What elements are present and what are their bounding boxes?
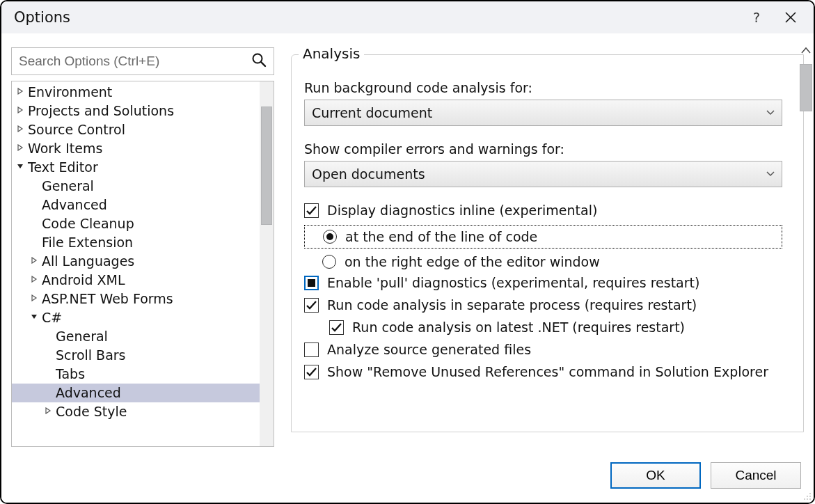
svg-point-7 (809, 498, 811, 500)
tree-item[interactable]: Scroll Bars (12, 346, 260, 365)
tree-item-label: Environment (28, 83, 112, 102)
tree-scrollbar[interactable] (260, 81, 274, 446)
close-icon[interactable] (770, 9, 804, 26)
svg-point-6 (807, 498, 808, 500)
tree-item-label: ASP.NET Web Forms (42, 290, 173, 308)
tree-item-label: C# (42, 308, 62, 327)
tree-item[interactable]: Projects and Solutions (12, 102, 260, 120)
tree-item[interactable]: Advanced (12, 196, 260, 214)
settings-content: Run background code analysis for: Curren… (304, 80, 782, 427)
tree-item[interactable]: Work Items (12, 139, 260, 158)
remove-unused-row[interactable]: Show "Remove Unused References" command … (304, 364, 782, 379)
expander-icon[interactable] (15, 102, 26, 120)
tree-item[interactable]: Code Style (12, 402, 260, 421)
search-input[interactable] (17, 53, 251, 70)
tree-item[interactable]: Advanced (12, 384, 260, 402)
search-box[interactable] (11, 47, 274, 75)
diag-inline-opt2-radio[interactable] (322, 255, 336, 269)
diag-inline-row[interactable]: Display diagnostics inline (experimental… (304, 203, 782, 218)
diag-inline-checkbox[interactable] (304, 203, 319, 218)
diag-inline-label: Display diagnostics inline (experimental… (327, 203, 597, 218)
svg-point-2 (809, 493, 811, 494)
diag-inline-opt1-label: at the end of the line of code (345, 229, 537, 244)
expander-icon[interactable] (15, 83, 26, 102)
tree-item[interactable]: Android XML (12, 271, 260, 290)
pull-diag-checkbox[interactable] (304, 276, 319, 290)
tree-item[interactable]: C# (12, 308, 260, 327)
tree-item[interactable]: Code Cleanup (12, 214, 260, 233)
latest-net-row[interactable]: Run code analysis on latest .NET (requir… (329, 320, 782, 335)
expander-icon[interactable] (15, 139, 26, 158)
tree-item[interactable]: Source Control (12, 120, 260, 139)
bg-analysis-select[interactable]: Current document (304, 100, 782, 126)
expander-icon[interactable] (15, 120, 26, 139)
tree-item-label: Scroll Bars (56, 346, 126, 365)
diag-inline-opt1-radio[interactable] (323, 230, 337, 244)
bg-analysis-value: Current document (312, 105, 432, 120)
resize-grip-icon[interactable] (802, 491, 812, 501)
tree-item[interactable]: File Extension (12, 233, 260, 252)
tree-item-label: Advanced (42, 196, 107, 214)
pull-diag-label: Enable 'pull' diagnostics (experimental,… (327, 275, 699, 290)
latest-net-label: Run code analysis on latest .NET (requir… (352, 320, 685, 335)
diag-inline-opt1-row[interactable]: at the end of the line of code (304, 225, 782, 249)
category-tree: EnvironmentProjects and SolutionsSource … (11, 81, 274, 447)
tree-item[interactable]: Tabs (12, 365, 260, 384)
tree-item-label: Code Style (56, 402, 127, 421)
diag-inline-opt2-row[interactable]: on the right edge of the editor window (304, 254, 782, 269)
panel-scroll-up-icon[interactable] (801, 45, 811, 56)
tree-viewport[interactable]: EnvironmentProjects and SolutionsSource … (12, 81, 260, 446)
tree-item[interactable]: General (12, 327, 260, 346)
bg-analysis-label: Run background code analysis for: (304, 80, 782, 95)
help-icon[interactable]: ? (743, 10, 770, 25)
separate-proc-checkbox[interactable] (304, 298, 319, 313)
expander-icon[interactable] (29, 308, 40, 327)
remove-unused-label: Show "Remove Unused References" command … (327, 364, 768, 379)
chevron-down-icon (766, 169, 775, 179)
compiler-label: Show compiler errors and warnings for: (304, 141, 782, 157)
expander-icon[interactable] (42, 402, 54, 421)
tree-item[interactable]: General (12, 177, 260, 196)
left-panel: EnvironmentProjects and SolutionsSource … (11, 47, 274, 447)
tree-item-label: All Languages (42, 252, 134, 271)
window-title: Options (14, 9, 743, 26)
pull-diag-row[interactable]: Enable 'pull' diagnostics (experimental,… (304, 275, 782, 290)
panel-scrollbar-thumb[interactable] (800, 64, 812, 111)
cancel-button[interactable]: Cancel (711, 462, 801, 489)
expander-icon[interactable] (29, 271, 40, 290)
tree-item[interactable]: Environment (12, 83, 260, 102)
svg-point-3 (807, 496, 808, 497)
tree-item[interactable]: Text Editor (12, 158, 260, 177)
svg-point-5 (804, 498, 805, 500)
separate-proc-row[interactable]: Run code analysis in separate process (r… (304, 297, 782, 313)
tree-scrollbar-thumb[interactable] (261, 107, 272, 225)
compiler-select[interactable]: Open documents (304, 161, 782, 187)
dialog-footer: OK Cancel (1, 448, 814, 503)
analysis-group: Analysis Run background code analysis fo… (291, 54, 804, 432)
tree-item-label: Work Items (28, 139, 102, 158)
search-icon[interactable] (251, 52, 269, 71)
tree-item-label: General (42, 177, 94, 196)
tree-item[interactable]: All Languages (12, 252, 260, 271)
tree-item-label: Projects and Solutions (28, 102, 174, 120)
analyze-gen-label: Analyze source generated files (327, 342, 531, 357)
dialog-body: EnvironmentProjects and SolutionsSource … (1, 33, 814, 447)
ok-button[interactable]: OK (610, 462, 701, 489)
tree-item-label: Android XML (42, 271, 125, 290)
expander-icon[interactable] (29, 252, 40, 271)
tree-item-label: Text Editor (28, 158, 98, 177)
remove-unused-checkbox[interactable] (304, 365, 319, 379)
svg-rect-1 (308, 279, 315, 287)
tree-item-label: Tabs (56, 365, 85, 384)
latest-net-checkbox[interactable] (329, 320, 344, 335)
options-dialog: Options ? EnvironmentProjects and Soluti… (0, 0, 815, 504)
tree-item[interactable]: ASP.NET Web Forms (12, 290, 260, 308)
diag-inline-opt2-label: on the right edge of the editor window (345, 254, 600, 269)
analyze-gen-row[interactable]: Analyze source generated files (304, 342, 782, 357)
analyze-gen-checkbox[interactable] (304, 342, 319, 357)
chevron-down-icon (766, 108, 775, 118)
svg-point-4 (809, 496, 811, 497)
group-title: Analysis (299, 45, 364, 62)
expander-icon[interactable] (29, 290, 40, 308)
expander-icon[interactable] (15, 158, 26, 177)
